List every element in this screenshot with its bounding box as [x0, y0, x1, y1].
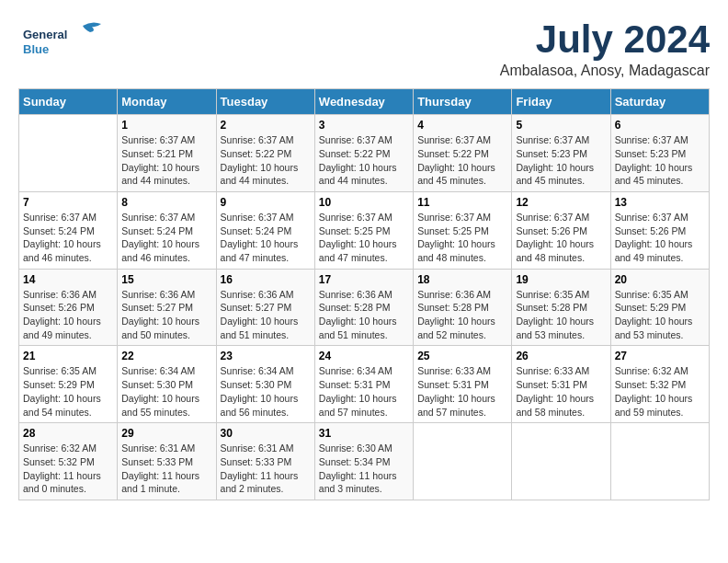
header-day-monday: Monday: [118, 89, 216, 115]
location-subtitle: Ambalasoa, Anosy, Madagascar: [500, 63, 710, 79]
day-number: 8: [121, 196, 211, 209]
day-info: Sunrise: 6:36 AMSunset: 5:27 PMDaylight:…: [221, 288, 311, 342]
day-cell: 20Sunrise: 6:35 AMSunset: 5:29 PMDayligh…: [610, 269, 709, 346]
day-number: 20: [615, 273, 705, 286]
day-cell: 30Sunrise: 6:31 AMSunset: 5:33 PMDayligh…: [216, 423, 314, 500]
day-number: 27: [615, 350, 705, 362]
day-info: Sunrise: 6:31 AMSunset: 5:33 PMDaylight:…: [121, 442, 211, 496]
header-day-sunday: Sunday: [19, 89, 118, 115]
day-info: Sunrise: 6:35 AMSunset: 5:29 PMDaylight:…: [23, 364, 113, 419]
day-cell: 21Sunrise: 6:35 AMSunset: 5:29 PMDayligh…: [19, 346, 118, 423]
day-number: 11: [417, 196, 507, 209]
day-number: 9: [221, 196, 311, 209]
day-cell: 16Sunrise: 6:36 AMSunset: 5:27 PMDayligh…: [216, 269, 314, 346]
logo: General Blue: [18, 18, 110, 64]
day-cell: 19Sunrise: 6:35 AMSunset: 5:28 PMDayligh…: [512, 269, 610, 346]
week-row-5: 28Sunrise: 6:32 AMSunset: 5:32 PMDayligh…: [19, 423, 710, 500]
week-row-3: 14Sunrise: 6:36 AMSunset: 5:26 PMDayligh…: [19, 269, 710, 346]
day-info: Sunrise: 6:37 AMSunset: 5:24 PMDaylight:…: [221, 211, 311, 265]
day-cell: 14Sunrise: 6:36 AMSunset: 5:26 PMDayligh…: [19, 269, 118, 346]
day-info: Sunrise: 6:37 AMSunset: 5:22 PMDaylight:…: [319, 133, 409, 188]
day-cell: 3Sunrise: 6:37 AMSunset: 5:22 PMDaylight…: [314, 115, 413, 192]
day-cell: 28Sunrise: 6:32 AMSunset: 5:32 PMDayligh…: [19, 423, 118, 500]
month-title: July 2024: [500, 18, 710, 61]
day-number: 2: [221, 119, 311, 132]
week-row-4: 21Sunrise: 6:35 AMSunset: 5:29 PMDayligh…: [19, 346, 710, 423]
day-info: Sunrise: 6:37 AMSunset: 5:22 PMDaylight:…: [417, 133, 507, 188]
week-row-1: 1Sunrise: 6:37 AMSunset: 5:21 PMDaylight…: [19, 115, 710, 192]
day-cell: 13Sunrise: 6:37 AMSunset: 5:26 PMDayligh…: [610, 191, 709, 269]
day-cell: 7Sunrise: 6:37 AMSunset: 5:24 PMDaylight…: [19, 191, 118, 269]
header-day-friday: Friday: [512, 89, 610, 115]
day-number: 24: [319, 350, 409, 362]
day-cell: 2Sunrise: 6:37 AMSunset: 5:22 PMDaylight…: [216, 115, 314, 192]
day-cell: 22Sunrise: 6:34 AMSunset: 5:30 PMDayligh…: [118, 346, 216, 423]
svg-text:Blue: Blue: [23, 42, 49, 56]
day-number: 19: [516, 273, 606, 286]
day-cell: 11Sunrise: 6:37 AMSunset: 5:25 PMDayligh…: [414, 191, 512, 269]
day-info: Sunrise: 6:32 AMSunset: 5:32 PMDaylight:…: [23, 442, 113, 496]
header-row: SundayMondayTuesdayWednesdayThursdayFrid…: [19, 89, 710, 115]
day-info: Sunrise: 6:37 AMSunset: 5:25 PMDaylight:…: [417, 211, 507, 265]
day-info: Sunrise: 6:31 AMSunset: 5:33 PMDaylight:…: [221, 442, 311, 496]
day-cell: 18Sunrise: 6:36 AMSunset: 5:28 PMDayligh…: [414, 269, 512, 346]
header-day-wednesday: Wednesday: [314, 89, 413, 115]
logo-svg: General Blue: [18, 18, 110, 64]
day-number: 17: [319, 273, 409, 286]
day-number: 4: [417, 119, 507, 132]
day-cell: 17Sunrise: 6:36 AMSunset: 5:28 PMDayligh…: [314, 269, 413, 346]
day-info: Sunrise: 6:35 AMSunset: 5:28 PMDaylight:…: [516, 288, 606, 342]
page-header: General Blue July 2024 Ambalasoa, Anosy,…: [18, 18, 710, 79]
day-info: Sunrise: 6:30 AMSunset: 5:34 PMDaylight:…: [319, 442, 409, 496]
day-cell: 10Sunrise: 6:37 AMSunset: 5:25 PMDayligh…: [314, 191, 413, 269]
day-cell: [414, 423, 512, 500]
header-day-thursday: Thursday: [414, 89, 512, 115]
day-cell: 4Sunrise: 6:37 AMSunset: 5:22 PMDaylight…: [414, 115, 512, 192]
day-number: 28: [23, 427, 113, 440]
day-info: Sunrise: 6:37 AMSunset: 5:23 PMDaylight:…: [615, 133, 705, 188]
day-cell: 26Sunrise: 6:33 AMSunset: 5:31 PMDayligh…: [512, 346, 610, 423]
day-cell: 6Sunrise: 6:37 AMSunset: 5:23 PMDaylight…: [610, 115, 709, 192]
day-info: Sunrise: 6:33 AMSunset: 5:31 PMDaylight:…: [516, 364, 606, 419]
day-cell: 29Sunrise: 6:31 AMSunset: 5:33 PMDayligh…: [118, 423, 216, 500]
day-info: Sunrise: 6:36 AMSunset: 5:27 PMDaylight:…: [121, 288, 211, 342]
day-number: 15: [121, 273, 211, 286]
day-info: Sunrise: 6:33 AMSunset: 5:31 PMDaylight:…: [417, 364, 507, 419]
svg-text:General: General: [23, 28, 67, 41]
day-number: 3: [319, 119, 409, 132]
day-number: 30: [221, 427, 311, 440]
header-day-tuesday: Tuesday: [216, 89, 314, 115]
day-cell: 9Sunrise: 6:37 AMSunset: 5:24 PMDaylight…: [216, 191, 314, 269]
day-number: 22: [121, 350, 211, 362]
day-cell: 24Sunrise: 6:34 AMSunset: 5:31 PMDayligh…: [314, 346, 413, 423]
day-cell: [610, 423, 709, 500]
day-number: 12: [516, 196, 606, 209]
day-number: 14: [23, 273, 113, 286]
day-number: 23: [221, 350, 311, 362]
title-block: July 2024 Ambalasoa, Anosy, Madagascar: [500, 18, 710, 79]
day-info: Sunrise: 6:34 AMSunset: 5:30 PMDaylight:…: [121, 364, 211, 419]
day-number: 16: [221, 273, 311, 286]
day-number: 18: [417, 273, 507, 286]
day-info: Sunrise: 6:34 AMSunset: 5:30 PMDaylight:…: [221, 364, 311, 419]
day-info: Sunrise: 6:37 AMSunset: 5:26 PMDaylight:…: [615, 211, 705, 265]
day-number: 7: [23, 196, 113, 209]
day-info: Sunrise: 6:36 AMSunset: 5:28 PMDaylight:…: [417, 288, 507, 342]
day-info: Sunrise: 6:32 AMSunset: 5:32 PMDaylight:…: [615, 364, 705, 419]
day-cell: 23Sunrise: 6:34 AMSunset: 5:30 PMDayligh…: [216, 346, 314, 423]
day-number: 21: [23, 350, 113, 362]
day-info: Sunrise: 6:37 AMSunset: 5:26 PMDaylight:…: [516, 211, 606, 265]
day-cell: 25Sunrise: 6:33 AMSunset: 5:31 PMDayligh…: [414, 346, 512, 423]
day-number: 25: [417, 350, 507, 362]
day-info: Sunrise: 6:34 AMSunset: 5:31 PMDaylight:…: [319, 364, 409, 419]
week-row-2: 7Sunrise: 6:37 AMSunset: 5:24 PMDaylight…: [19, 191, 710, 269]
day-info: Sunrise: 6:37 AMSunset: 5:24 PMDaylight:…: [121, 211, 211, 265]
day-cell: [19, 115, 118, 192]
day-number: 1: [121, 119, 211, 132]
day-number: 13: [615, 196, 705, 209]
day-number: 10: [319, 196, 409, 209]
day-number: 31: [319, 427, 409, 440]
day-cell: 27Sunrise: 6:32 AMSunset: 5:32 PMDayligh…: [610, 346, 709, 423]
day-number: 26: [516, 350, 606, 362]
day-cell: 15Sunrise: 6:36 AMSunset: 5:27 PMDayligh…: [118, 269, 216, 346]
